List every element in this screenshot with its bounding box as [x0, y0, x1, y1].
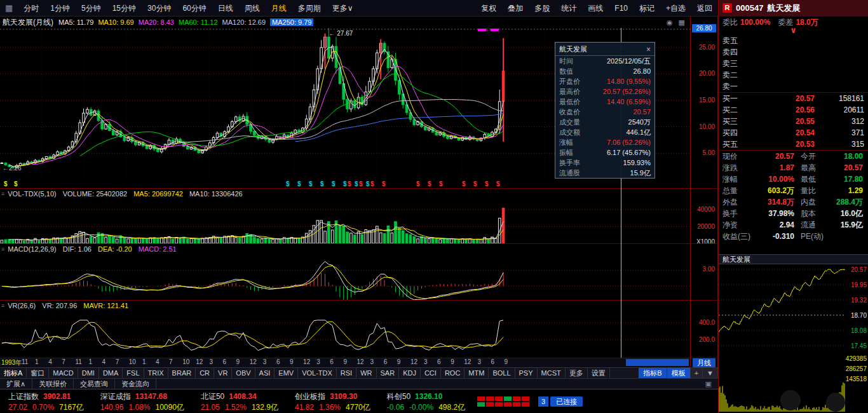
bid-price: 20.54: [743, 127, 825, 139]
ask-volume: [825, 58, 864, 69]
detail-label: 股本: [796, 208, 826, 219]
detail-value: 18.00: [826, 151, 864, 162]
index-quote[interactable]: 上证指数3902.8127.020.70%7167亿: [0, 390, 92, 412]
volume-chart[interactable]: [0, 198, 690, 243]
bid-row[interactable]: 买三20.55312: [719, 116, 868, 127]
period-menu-item[interactable]: 30分钟: [142, 0, 177, 17]
period-menu-item[interactable]: 多周期: [292, 0, 327, 17]
ask-row[interactable]: 卖二: [719, 69, 868, 81]
indicator-tab-button[interactable]: +: [691, 368, 703, 378]
period-menu-item[interactable]: 60分钟: [177, 0, 212, 17]
time-tick: 9: [451, 358, 454, 365]
detail-value: 288.4万: [826, 196, 864, 208]
indicator-tab[interactable]: FSL: [123, 368, 144, 378]
ask-row[interactable]: 卖五: [719, 35, 868, 46]
indicator-tab[interactable]: MTM: [465, 368, 489, 378]
tooltip-row-value: 15.9亿: [630, 168, 651, 178]
axis-label: 10.00: [699, 123, 715, 131]
period-menu-item[interactable]: 月线: [266, 0, 292, 17]
indicator-tab[interactable]: 更多: [566, 368, 588, 378]
chart-title: 航天发展(月线): [3, 17, 53, 28]
extension-tab[interactable]: 扩展∧: [0, 379, 32, 389]
indicator-tab[interactable]: ROC: [441, 368, 465, 378]
macd-chart[interactable]: [0, 254, 690, 300]
tool-menu-item[interactable]: +自选: [660, 0, 691, 17]
indicator-tab[interactable]: KDJ: [399, 368, 421, 378]
indicator-tab[interactable]: CCI: [421, 368, 441, 378]
collapse-icon[interactable]: ≡: [1, 191, 4, 197]
indicator-tab[interactable]: 指标A: [0, 368, 27, 378]
tool-menu-item[interactable]: 统计: [555, 0, 582, 17]
index-quote[interactable]: 科创501326.10-0.06-0.00%498.2亿: [379, 390, 473, 412]
index-quote[interactable]: 深证成指13147.68140.961.08%10090亿: [92, 390, 193, 412]
grid-icon[interactable]: ▦: [679, 18, 685, 27]
period-menu-item[interactable]: 周线: [239, 0, 266, 17]
tool-menu-item[interactable]: F10: [609, 0, 634, 17]
extension-tab[interactable]: 交易查询: [74, 379, 115, 389]
indicator-tab[interactable]: TRIX: [144, 368, 168, 378]
tool-menu-item[interactable]: 多股: [529, 0, 555, 17]
indicator-tab-button[interactable]: 模板: [667, 368, 691, 378]
chevron-down-icon[interactable]: ∨: [719, 28, 868, 35]
tool-menu-item[interactable]: 返回: [691, 0, 718, 17]
tool-menu-item[interactable]: 标记: [634, 0, 660, 17]
tool-menu-item[interactable]: 画线: [582, 0, 609, 17]
layout-icon[interactable]: ▣: [699, 379, 718, 389]
indicator-tab[interactable]: ASI: [255, 368, 275, 378]
vr-header: ≡VR(26,6)VR: 207.96MAVR: 121.41: [0, 301, 690, 310]
period-menu-item[interactable]: 更多∨: [327, 0, 359, 17]
indicator-tab[interactable]: DMA: [99, 368, 123, 378]
bid-row[interactable]: 买四20.54371: [719, 127, 868, 139]
period-menu-item[interactable]: 15分钟: [107, 0, 142, 17]
tool-menu-item[interactable]: 复权: [475, 0, 502, 17]
ask-row[interactable]: 卖三: [719, 58, 868, 69]
indicator-tab-button[interactable]: ▼: [703, 368, 718, 378]
vr-chart[interactable]: [0, 310, 690, 358]
app-menu-icon[interactable]: ▦: [0, 3, 18, 13]
ask-price: [743, 69, 825, 81]
collapse-icon[interactable]: ≡: [1, 246, 4, 252]
indicator-tab[interactable]: PSY: [515, 368, 538, 378]
eye-icon[interactable]: ◉: [667, 18, 673, 27]
extension-tab[interactable]: 关联报价: [32, 379, 74, 389]
bid-row[interactable]: 买一20.57158161: [719, 93, 868, 104]
indicator-tab[interactable]: MACD: [49, 368, 78, 378]
close-icon[interactable]: ×: [646, 45, 651, 54]
period-menu-item[interactable]: 5分钟: [76, 0, 107, 17]
period-menu-item[interactable]: 1分钟: [44, 0, 76, 17]
bid-label: 买三: [722, 116, 743, 127]
indicator-tab[interactable]: BRAR: [168, 368, 196, 378]
indicator-tab[interactable]: EMV: [275, 368, 298, 378]
period-menu-item[interactable]: 日线: [212, 0, 239, 17]
collapse-icon[interactable]: ≡: [1, 302, 4, 309]
index-quote[interactable]: 创业板指3109.3041.821.36%4770亿: [287, 390, 379, 412]
indicator-tab[interactable]: CR: [196, 368, 214, 378]
index-quote[interactable]: 北证501408.3421.051.52%132.9亿: [193, 390, 287, 412]
indicator-tab[interactable]: 窗口: [27, 368, 49, 378]
indicator-tab[interactable]: 设置: [588, 368, 610, 378]
indicator-tab[interactable]: RSI: [337, 368, 356, 378]
indicator-tab[interactable]: SAR: [377, 368, 400, 378]
detail-label: 今开: [796, 151, 826, 162]
connection-status[interactable]: 3已连接: [538, 396, 583, 407]
indicator-tab[interactable]: BOLL: [489, 368, 515, 378]
indicator-tab[interactable]: DMI: [78, 368, 99, 378]
period-menu-item[interactable]: 分时: [18, 0, 44, 17]
scrollbar-thumb[interactable]: [626, 359, 689, 366]
indicator-tab[interactable]: WR: [356, 368, 376, 378]
ask-row[interactable]: 卖四: [719, 46, 868, 58]
indicator-tab-button[interactable]: 指标B: [639, 368, 667, 378]
indicator-tab[interactable]: MCST: [538, 368, 566, 378]
tooltip-row-label: 涨幅: [559, 137, 573, 147]
time-tick: 7: [169, 358, 173, 365]
period-button[interactable]: 月线: [693, 358, 715, 367]
bid-row[interactable]: 买五20.53315: [719, 139, 868, 150]
tool-menu-item[interactable]: 叠加: [502, 0, 529, 17]
indicator-tab[interactable]: OBV: [232, 368, 255, 378]
indicator-tab[interactable]: VR: [214, 368, 232, 378]
bid-row[interactable]: 买二20.5620611: [719, 104, 868, 116]
extension-tab[interactable]: 资金流向: [115, 379, 156, 389]
indicator-tab[interactable]: VOL-TDX: [298, 368, 337, 378]
ask-row[interactable]: 卖一: [719, 81, 868, 92]
time-tick: 6: [276, 358, 280, 365]
